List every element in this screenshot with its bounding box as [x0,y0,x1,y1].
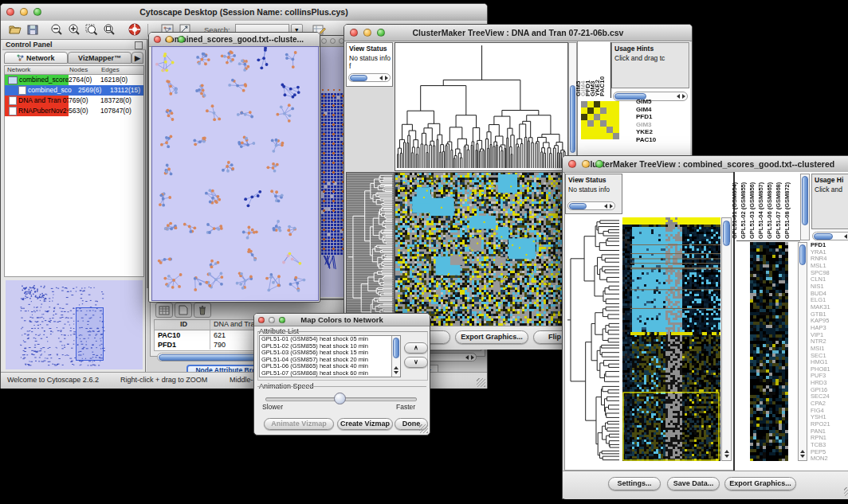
close-button[interactable] [350,29,358,37]
network-table-row[interactable]: DNA and Tran 07769(0)183728(0) [5,96,143,106]
minimize-button[interactable] [330,38,336,44]
export-graphics-button[interactable]: Export Graphics... [455,330,528,344]
matrix-cell[interactable] [600,101,607,107]
main-title-bar[interactable]: Cytoscape Desktop (Session Name: collins… [1,4,487,21]
save-icon[interactable] [25,22,41,37]
network-table-row[interactable]: combined_sco2569(6)13112(15) [5,85,143,96]
gene-label[interactable]: GIM3 [636,121,689,129]
zoom-button[interactable] [33,8,41,16]
matrix-cell[interactable] [594,107,600,114]
network-view-window[interactable]: combined_scores_good.txt--cluste... [148,32,320,303]
network-table-row[interactable]: combined_scores2764(0)16218(0) [5,75,143,85]
close-button[interactable] [258,317,265,323]
matrix-cell[interactable] [594,114,600,120]
matrix-cell[interactable] [587,114,594,120]
window-resize-grip[interactable] [477,378,485,387]
zoom-button[interactable] [595,160,603,168]
row-dendrogram-canvas[interactable] [565,216,621,465]
create-vizmap-button[interactable]: Create Vizmap [337,418,393,430]
attribute-list[interactable]: GPL51-01 (GSM854) heat shock 05 minGPL51… [259,335,401,377]
network-table-row[interactable]: RNAPuberNov2+|563(0)107847(0) [5,106,143,116]
zoom-button[interactable] [178,36,185,43]
gene-correlation-matrix[interactable] [581,101,619,139]
matrix-cell[interactable] [594,127,600,133]
matrix-cell[interactable] [600,107,607,114]
gene-label[interactable]: PAC10 [636,136,689,144]
treeview-window-combined[interactable]: ClusterMaker TreeView : combined_scores_… [562,155,848,499]
network-overview-canvas[interactable] [6,280,143,369]
matrix-cell[interactable] [613,127,619,133]
matrix-cell[interactable] [607,107,613,114]
matrix-cell[interactable] [607,120,613,127]
minimize-button[interactable] [20,8,28,16]
minimize-button[interactable] [363,29,371,37]
matrix-cell[interactable] [600,120,607,127]
gene-label[interactable]: MON2 [811,455,848,463]
treeview1-title-bar[interactable]: ClusterMaker TreeView : DNA and Tran 07-… [344,25,692,41]
attribute-list-item[interactable]: GPL51-07 (GSM868) heat shock 60 min [260,370,391,377]
heatmap-canvas[interactable] [622,217,720,461]
tab-overflow-arrow[interactable]: ▶ [132,52,143,64]
float-panel-icon[interactable] [135,41,143,49]
matrix-cell[interactable] [587,120,594,127]
minimize-button[interactable] [269,317,275,323]
network-view-canvas[interactable] [151,46,319,301]
matrix-cell[interactable] [613,114,619,120]
matrix-cell[interactable] [613,107,619,114]
zoom-selected-icon[interactable] [84,22,100,37]
attribute-select-icon[interactable] [155,303,173,318]
matrix-cell[interactable] [587,107,594,114]
heatmap-vscrollbar[interactable] [721,217,732,461]
zoom-button[interactable] [377,29,385,37]
matrix-cell[interactable] [607,101,613,107]
minimize-button[interactable] [582,160,590,168]
network-window-title-bar[interactable]: combined_scores_good.txt--cluste... [149,33,320,47]
matrix-cell[interactable] [581,133,587,139]
matrix-cell[interactable] [581,101,587,107]
matrix-cell[interactable] [594,120,600,127]
matrix-cell[interactable] [594,101,600,107]
column-labels-vscrollbar[interactable] [800,174,810,240]
zoom-button[interactable] [279,317,285,323]
overview-vscrollbar[interactable] [798,242,807,461]
matrix-cell[interactable] [600,133,607,139]
gene-label[interactable]: GIM5 [636,98,689,106]
gene-label[interactable]: GIM4 [636,106,689,114]
view-status-scrollbar[interactable] [348,73,391,82]
view-status-scrollbar[interactable] [567,201,615,210]
zoom-out-icon[interactable] [49,22,65,37]
save-data-button[interactable]: Save Data... [667,477,720,490]
matrix-cell[interactable] [613,120,619,127]
delete-attribute-icon[interactable] [194,303,211,318]
help-lifering-icon[interactable] [127,22,143,37]
dialog-resize-grip[interactable] [419,424,428,433]
heatmap-canvas[interactable] [395,172,568,327]
tab-network[interactable]: Network [4,52,68,64]
attribute-list-vscrollbar[interactable] [391,336,400,377]
matrix-cell[interactable] [587,127,594,133]
close-button[interactable] [154,36,161,43]
matrix-cell[interactable] [607,114,613,120]
gene-label[interactable]: YKE2 [636,128,689,136]
matrix-cell[interactable] [600,127,607,133]
network-table-header[interactable]: Network Nodes Edges [4,65,144,75]
column-dendrogram-canvas[interactable] [395,42,568,171]
matrix-cell[interactable] [581,114,587,120]
close-button[interactable] [6,8,14,16]
window-resize-grip[interactable] [844,487,848,496]
window-controls[interactable] [6,8,41,16]
matrix-cell[interactable] [587,101,594,107]
map-colors-dialog[interactable]: Map Colors to Network Attribute List GPL… [253,313,430,436]
zoom-fit-icon[interactable] [101,22,117,37]
move-up-button[interactable]: ∧ [404,342,428,354]
matrix-cell[interactable] [581,127,587,133]
open-file-icon[interactable] [7,22,23,37]
export-graphics-button[interactable]: Export Graphics... [724,477,796,490]
overview-heatmap-canvas[interactable] [750,242,788,461]
matrix-cell[interactable] [607,133,613,139]
settings-button[interactable]: Settings... [608,477,661,490]
matrix-cell[interactable] [607,127,613,133]
matrix-cell[interactable] [594,133,600,139]
row-dendrogram-canvas[interactable] [346,172,395,327]
speed-slider-thumb[interactable] [334,393,346,404]
